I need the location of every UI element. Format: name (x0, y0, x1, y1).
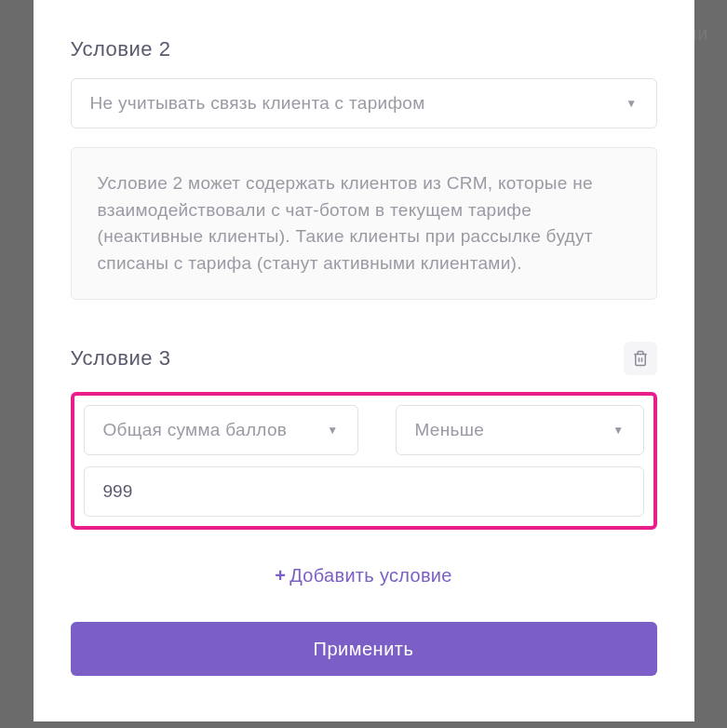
chevron-down-icon: ▼ (613, 424, 624, 437)
filter-modal: Условие 2 Не учитывать связь клиента с т… (34, 0, 694, 721)
condition3-highlight: Общая сумма баллов ▼ Меньше ▼ (71, 392, 657, 530)
condition3-operator-select[interactable]: Меньше ▼ (396, 405, 644, 455)
condition3-value-input[interactable] (84, 466, 644, 517)
condition2-select[interactable]: Не учитывать связь клиента с тарифом ▼ (71, 78, 657, 128)
delete-condition3-button[interactable] (624, 342, 657, 375)
plus-icon: + (275, 565, 286, 586)
trash-icon (632, 350, 649, 367)
add-condition-label: Добавить условие (289, 565, 451, 586)
condition3-label: Условие 3 (71, 346, 171, 371)
condition2-select-value: Не учитывать связь клиента с тарифом (90, 93, 425, 114)
chevron-down-icon: ▼ (327, 424, 338, 437)
condition2-info: Условие 2 может содержать клиентов из CR… (71, 147, 657, 300)
condition3-operator-value: Меньше (415, 420, 485, 440)
chevron-down-icon: ▼ (626, 97, 637, 110)
apply-button[interactable]: Применить (71, 622, 657, 676)
condition3-field-value: Общая сумма баллов (103, 420, 288, 440)
condition2-label: Условие 2 (71, 37, 657, 61)
add-condition-button[interactable]: +Добавить условие (275, 565, 451, 586)
condition3-field-select[interactable]: Общая сумма баллов ▼ (84, 405, 358, 455)
